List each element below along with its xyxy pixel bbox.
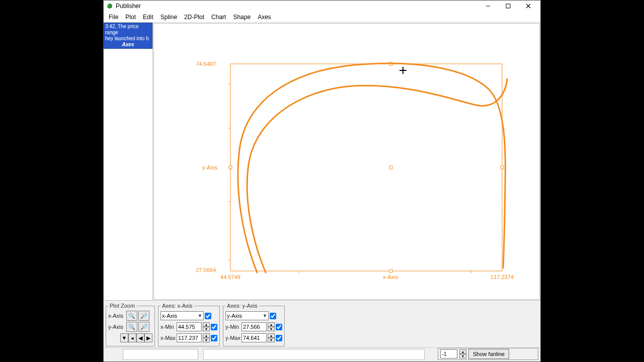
zoom-y-label: y-Axis [108, 324, 125, 330]
zoom-in-icon: 🔍 [128, 324, 135, 330]
panel-axes-y: Axes: y-Axis y-Axis ▼ y-Min ▲ ▼ y-Max [223, 303, 285, 346]
x-min-lock-checkbox[interactable] [211, 324, 217, 330]
y-min-lock-checkbox[interactable] [276, 324, 282, 330]
y-axis-enable-checkbox[interactable] [270, 313, 276, 319]
window-title: Publisher [116, 3, 141, 10]
bottom-panels: Plot Zoom x-Axis 🔍 🔎 y-Axis 🔍 🔎 ▼ ◂ ◀ ▶ [104, 300, 540, 347]
x-min-step-up[interactable]: ▲ [203, 322, 210, 327]
y-min-label: y-Min [225, 324, 240, 330]
svg-line-4 [526, 4, 530, 8]
panel-axes-x-legend: Axes: x-Axis [160, 303, 194, 309]
window-minimize-button[interactable] [478, 1, 498, 12]
x-max-input[interactable] [177, 333, 202, 342]
svg-point-1 [107, 4, 109, 6]
svg-rect-19 [229, 166, 232, 169]
show-fanline-label: Show fanline [473, 351, 505, 357]
y-axis-select[interactable]: y-Axis ▼ [225, 311, 269, 320]
y-min-input[interactable] [242, 322, 267, 331]
fanline-step-down[interactable]: ▼ [459, 354, 466, 358]
crosshair-cursor [399, 67, 407, 74]
titlebar: Publisher [104, 1, 540, 12]
zoom-out-icon: 🔎 [140, 313, 147, 319]
y-max-input[interactable] [242, 333, 267, 342]
menubar: File Plot Edit Spline 2D-Plot Chart Shap… [104, 12, 540, 23]
x-min-step-down[interactable]: ▼ [203, 327, 210, 331]
under-left-box [123, 349, 198, 360]
nav-first-button[interactable]: ◂ [128, 333, 136, 342]
app-window: Publisher File Plot Edit Spline 2D-Plot … [103, 0, 541, 362]
svg-rect-22 [389, 269, 392, 273]
fanline-value-input[interactable] [440, 349, 457, 358]
y-max-step-up[interactable]: ▲ [268, 333, 275, 338]
menu-file[interactable]: File [106, 13, 121, 22]
y-axis-select-value: y-Axis [227, 313, 242, 319]
zoom-x-label: x-Axis [108, 313, 125, 319]
menu-chart[interactable]: Chart [208, 13, 229, 22]
sidebar-item-line3: Axes [105, 42, 151, 48]
svg-rect-21 [501, 166, 504, 169]
menu-2dplot[interactable]: 2D-Plot [181, 13, 207, 22]
y-max-step-down[interactable]: ▼ [268, 338, 275, 342]
sidebar-item-line2: hey launched into b [105, 36, 151, 42]
window-maximize-button[interactable] [498, 1, 518, 12]
x-min-label: x-Min [160, 324, 176, 330]
x-axis-select-value: x-Axis [162, 313, 177, 319]
svg-line-5 [526, 4, 530, 8]
window-close-button[interactable] [518, 1, 538, 12]
y-min-label: 27.5664 [196, 267, 216, 273]
x-max-label: x-Max [160, 335, 176, 341]
menu-plot[interactable]: Plot [122, 13, 139, 22]
x-max-label: 117.2374 [491, 274, 514, 280]
nav-prev-button[interactable]: ◀ [136, 333, 144, 342]
body-area: 3:42, The price range hey launched into … [104, 23, 540, 300]
zoom-out-y-button[interactable]: 🔎 [138, 322, 149, 332]
menu-edit[interactable]: Edit [140, 13, 156, 22]
panel-axes-x: Axes: x-Axis x-Axis ▼ x-Min ▲ ▼ x-Max [158, 303, 220, 346]
plot-canvas[interactable]: 74.6407 27.5664 y-Axis 44.5749 117.2374 … [153, 23, 540, 300]
svg-rect-20 [389, 166, 392, 169]
chevron-down-icon: ▼ [198, 313, 202, 318]
menu-shape[interactable]: Shape [230, 13, 254, 22]
x-max-step-up[interactable]: ▲ [203, 333, 210, 338]
chevron-down-icon: ▼ [263, 313, 267, 318]
zoom-in-y-button[interactable]: 🔍 [126, 322, 137, 332]
zoom-out-icon: 🔎 [140, 324, 147, 330]
y-max-label: 74.6407 [196, 61, 216, 67]
sidebar: 3:42, The price range hey launched into … [104, 23, 153, 300]
panel-plot-zoom: Plot Zoom x-Axis 🔍 🔎 y-Axis 🔍 🔎 ▼ ◂ ◀ ▶ [106, 303, 155, 346]
x-axis-enable-checkbox[interactable] [205, 313, 211, 319]
show-fanline-button[interactable]: Show fanline [468, 349, 509, 359]
x-max-step-down[interactable]: ▼ [203, 338, 210, 342]
svg-rect-3 [506, 4, 510, 8]
chevron-down-icon: ▼ [122, 335, 127, 341]
y-max-label: y-Max [225, 335, 240, 341]
x-max-lock-checkbox[interactable] [211, 335, 217, 341]
x-axis-select[interactable]: x-Axis ▼ [160, 311, 204, 320]
panel-plot-zoom-legend: Plot Zoom [108, 303, 136, 309]
fanline-step-up[interactable]: ▲ [459, 349, 466, 354]
nav-next-button[interactable]: ▶ [144, 333, 152, 342]
x-min-label: 44.5749 [220, 274, 240, 280]
triangle-left-icon: ◂ [131, 335, 134, 341]
under-mid-box [203, 349, 425, 360]
chevron-left-icon: ◀ [138, 335, 142, 341]
sidebar-item-line1: 3:42, The price range [105, 24, 151, 36]
panel-axes-y-legend: Axes: y-Axis [225, 303, 259, 309]
menu-spline[interactable]: Spline [157, 13, 180, 22]
x-min-input[interactable] [177, 322, 202, 331]
zoom-in-icon: 🔍 [128, 313, 135, 319]
y-axis-label: y-Axis [202, 164, 217, 170]
zoom-in-x-button[interactable]: 🔍 [126, 311, 137, 321]
zoom-out-x-button[interactable]: 🔎 [138, 311, 149, 321]
y-min-step-up[interactable]: ▲ [268, 322, 275, 327]
app-icon [106, 2, 114, 10]
x-axis-label: x-Axis [383, 274, 398, 280]
plot-svg: 74.6407 27.5664 y-Axis 44.5749 117.2374 … [154, 24, 540, 294]
y-max-lock-checkbox[interactable] [276, 335, 282, 341]
chevron-right-icon: ▶ [146, 335, 150, 341]
sidebar-item-axes[interactable]: 3:42, The price range hey launched into … [104, 23, 152, 49]
y-min-step-down[interactable]: ▼ [268, 327, 275, 331]
menu-axes[interactable]: Axes [255, 13, 274, 22]
under-strip: ▲ ▼ Show fanline [104, 347, 540, 361]
nav-dropdown-button[interactable]: ▼ [120, 333, 128, 342]
